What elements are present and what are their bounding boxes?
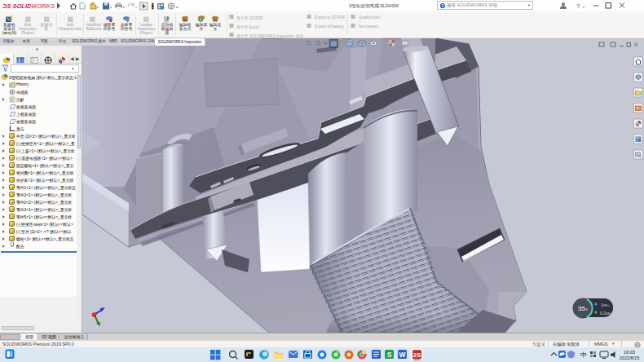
svg-text:2022/8/15: 2022/8/15 [620, 355, 639, 360]
svg-text:W: W [399, 351, 406, 359]
svg-text:?: ? [441, 3, 443, 8]
svg-text:?: ? [576, 2, 580, 10]
svg-text:2S: 2S [413, 351, 421, 359]
svg-text:16:03: 16:03 [624, 350, 635, 355]
svg-text:S: S [387, 351, 392, 359]
svg-text:中: 中 [580, 351, 587, 359]
